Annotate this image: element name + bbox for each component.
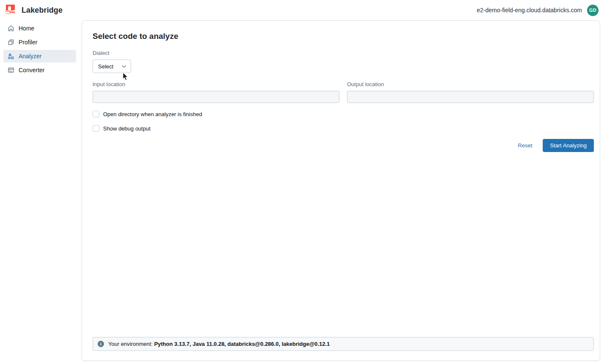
sidebar-item-label: Analyzer	[19, 53, 41, 60]
dialect-field: Dialect Select	[93, 50, 593, 73]
show-debug-checkbox[interactable]	[93, 125, 99, 132]
info-icon: i	[98, 341, 104, 347]
output-location-label: Output location	[347, 81, 594, 87]
actions-row: Reset Start Analyzing	[93, 139, 594, 152]
environment-prefix: Your environment:	[108, 341, 154, 347]
start-analyzing-button[interactable]: Start Analyzing	[543, 139, 594, 152]
sidebar: Home Profiler Analyzer	[3, 22, 76, 78]
show-debug-label: Show debug output	[103, 125, 150, 132]
input-location-field: Input location	[93, 81, 339, 103]
dialect-select[interactable]: Select	[93, 60, 131, 73]
location-fields: Input location Output location	[93, 81, 594, 103]
sidebar-item-converter[interactable]: Converter	[3, 64, 76, 76]
input-location-input[interactable]	[93, 91, 339, 103]
user-avatar[interactable]: GD	[587, 5, 599, 16]
profiler-icon	[7, 39, 14, 46]
lakebridge-logo-icon	[3, 3, 17, 18]
brand: Lakebridge	[3, 3, 63, 18]
home-icon	[7, 25, 14, 32]
app-title: Lakebridge	[22, 6, 63, 15]
analyzer-panel: Select code to analyze Dialect Select In…	[82, 20, 600, 361]
chevron-down-icon	[122, 65, 126, 68]
sidebar-item-home[interactable]: Home	[3, 22, 76, 35]
header-right: e2-demo-field-eng.cloud.databricks.com G…	[477, 5, 599, 16]
sidebar-item-label: Converter	[19, 67, 44, 73]
sidebar-item-label: Profiler	[19, 39, 37, 46]
app-header: Lakebridge e2-demo-field-eng.cloud.datab…	[0, 0, 604, 20]
environment-details: Python 3.13.7, Java 11.0.28, databricks@…	[154, 341, 330, 347]
input-location-label: Input location	[93, 81, 339, 87]
sidebar-item-label: Home	[19, 25, 34, 32]
workspace-url: e2-demo-field-eng.cloud.databricks.com	[477, 7, 582, 14]
show-debug-option: Show debug output	[93, 125, 593, 132]
page-title: Select code to analyze	[93, 32, 593, 41]
open-directory-label: Open directory when analyzer is finished	[103, 111, 202, 117]
environment-text: Your environment: Python 3.13.7, Java 11…	[108, 341, 330, 347]
open-directory-checkbox[interactable]	[93, 111, 99, 117]
converter-icon	[7, 67, 14, 74]
sidebar-item-profiler[interactable]: Profiler	[3, 36, 76, 49]
sidebar-item-analyzer[interactable]: Analyzer	[3, 50, 76, 62]
dialect-selected-value: Select	[98, 63, 113, 70]
open-directory-option: Open directory when analyzer is finished	[93, 111, 593, 117]
dialect-label: Dialect	[93, 50, 593, 56]
analyzer-icon	[7, 53, 14, 60]
output-location-field: Output location	[347, 81, 594, 103]
output-location-input[interactable]	[347, 91, 594, 103]
reset-button[interactable]: Reset	[518, 142, 532, 149]
environment-banner: i Your environment: Python 3.13.7, Java …	[93, 337, 594, 351]
